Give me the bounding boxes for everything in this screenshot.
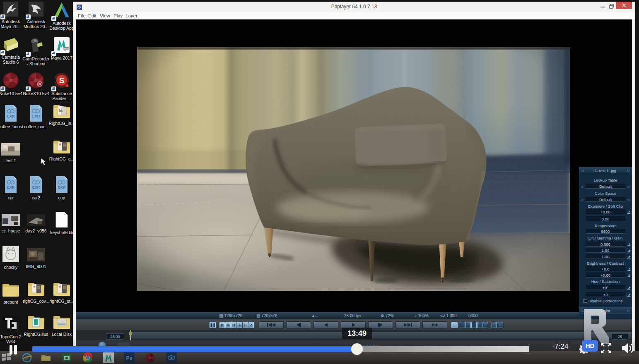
svg-text:S: S (59, 76, 65, 85)
svg-text:MAYA: MAYA (63, 48, 69, 50)
svg-text:EXR: EXR (7, 185, 15, 189)
svg-text:EXR: EXR (58, 185, 66, 189)
svg-text:EXR: EXR (7, 114, 15, 118)
svg-text:EXR: EXR (32, 185, 40, 189)
svg-text:EXR: EXR (32, 114, 40, 118)
